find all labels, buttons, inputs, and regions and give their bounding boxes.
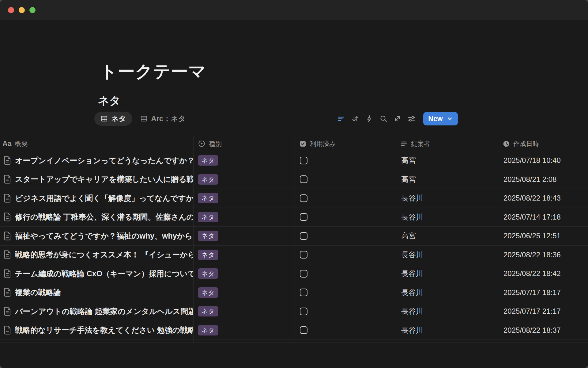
used-checkbox[interactable]: [300, 213, 307, 221]
section-heading: ネタ: [98, 93, 121, 108]
created-cell[interactable]: 2025/08/22 18:42: [498, 264, 588, 283]
row-title[interactable]: 福祉やってみてどうですか？福祉のwhy、whyからみた福祉: [15, 231, 193, 241]
type-tag[interactable]: ネタ: [198, 306, 218, 316]
table-view-icon: [100, 115, 108, 122]
search-icon[interactable]: [379, 114, 388, 124]
used-checkbox[interactable]: [300, 326, 307, 334]
column-label: 作成日時: [513, 140, 539, 148]
select-icon: [198, 140, 205, 148]
created-cell[interactable]: 2025/06/25 12:51: [498, 227, 588, 245]
page-icon: [3, 174, 11, 184]
created-cell[interactable]: 2025/07/14 17:18: [498, 208, 588, 227]
proposer-cell[interactable]: 高宮: [396, 227, 498, 245]
proposer-cell[interactable]: 長谷川: [396, 189, 498, 208]
proposer-cell[interactable]: 高宮: [396, 170, 498, 189]
proposer-cell[interactable]: 長谷川: [396, 302, 498, 321]
type-tag[interactable]: ネタ: [198, 174, 218, 185]
type-tag[interactable]: ネタ: [198, 155, 218, 166]
type-tag[interactable]: ネタ: [198, 268, 218, 279]
type-tag[interactable]: ネタ: [198, 287, 218, 298]
new-button[interactable]: New: [423, 112, 458, 125]
row-title[interactable]: バーンアウトの戦略論 起業家のメンタルヘルス問題: [15, 306, 193, 316]
type-tag[interactable]: ネタ: [198, 325, 218, 335]
created-cell[interactable]: 2025/08/22 18:36: [498, 246, 588, 264]
close-window-button[interactable]: [8, 7, 14, 13]
column-header-type[interactable]: 種別: [194, 136, 295, 151]
proposer-cell[interactable]: 長谷川: [396, 208, 498, 227]
zoom-window-button[interactable]: [29, 7, 36, 13]
sort-icon[interactable]: [350, 114, 360, 124]
view-settings-icon[interactable]: [407, 114, 417, 124]
proposer-cell[interactable]: 長谷川: [396, 246, 498, 264]
tab-neta-active[interactable]: ネタ: [94, 112, 132, 126]
type-tag[interactable]: ネタ: [198, 250, 218, 260]
minimize-window-button[interactable]: [19, 7, 25, 13]
chevron-down-icon[interactable]: [447, 116, 453, 122]
checkbox-icon: [299, 140, 307, 148]
used-checkbox[interactable]: [300, 175, 307, 183]
used-checkbox[interactable]: [300, 308, 307, 315]
column-header-used[interactable]: 利用済み: [295, 136, 396, 151]
proposer-cell[interactable]: 長谷川: [396, 264, 498, 283]
proposer-cell[interactable]: 長谷川: [396, 283, 498, 302]
used-checkbox[interactable]: [300, 194, 307, 202]
table-view-icon: [140, 115, 148, 122]
row-title[interactable]: スタートアップでキャリアを構築したい人に贈る戦略論: [15, 174, 193, 184]
table-row[interactable]: 修行の戦略論 丁稚奉公、深く潜る期間。佐藤さんのゆる ネタ 長谷川 2025/0…: [0, 208, 588, 227]
window-titlebar: [0, 0, 588, 20]
table-row[interactable]: ビジネス用語でよく聞く「解像度」ってなんですか？ ネタ 長谷川 2025/08/…: [0, 189, 588, 208]
used-checkbox[interactable]: [300, 251, 307, 259]
used-checkbox[interactable]: [300, 157, 307, 164]
used-checkbox[interactable]: [300, 270, 307, 278]
type-tag[interactable]: ネタ: [198, 231, 218, 241]
page-icon: [3, 307, 11, 316]
row-title[interactable]: 複業の戦略論: [15, 287, 61, 297]
table-row[interactable]: 戦略的思考が身につくオススメ本！ 『イシューから始めよ', ネタ 長谷川 202…: [0, 246, 588, 265]
row-title[interactable]: オープンイノベーションってどうなったんですか？大企業: [15, 155, 193, 166]
column-header-proposer[interactable]: 提案者: [396, 136, 498, 151]
column-header-created[interactable]: 作成日時: [498, 136, 588, 151]
table-row[interactable]: オープンイノベーションってどうなったんですか？大企業 ネタ 高宮 2025/07…: [0, 151, 588, 170]
table-row[interactable]: チーム編成の戦略論 CxO（キーマン）採用について ネタ 長谷川 2025/08…: [0, 264, 588, 283]
table-row[interactable]: スタートアップでキャリアを構築したい人に贈る戦略論 ネタ 高宮 2025/08/…: [0, 170, 588, 189]
page-icon: [3, 156, 11, 165]
filter-icon[interactable]: [336, 114, 346, 124]
type-tag[interactable]: ネタ: [198, 193, 218, 203]
row-title[interactable]: 修行の戦略論 丁稚奉公、深く潜る期間。佐藤さんのゆる: [15, 212, 193, 222]
app-window: トークテーマ ネタ ネタ: [0, 0, 588, 368]
proposer-cell[interactable]: 高宮: [396, 151, 498, 170]
table-body: オープンイノベーションってどうなったんですか？大企業 ネタ 高宮 2025/07…: [0, 151, 588, 340]
table-row[interactable]: バーンアウトの戦略論 起業家のメンタルヘルス問題 ネタ 長谷川 2025/07/…: [0, 302, 588, 321]
expand-icon[interactable]: [393, 114, 402, 124]
page-icon: [3, 194, 11, 203]
used-checkbox[interactable]: [300, 232, 307, 240]
created-cell[interactable]: 2025/08/22 18:37: [498, 321, 588, 340]
row-title[interactable]: チーム編成の戦略論 CxO（キーマン）採用について: [15, 269, 193, 279]
view-toolbar: New: [336, 112, 458, 126]
table-row[interactable]: 戦略的なリサーチ手法を教えてください 勉強の戦略論、あ ネタ 長谷川 2025/…: [0, 321, 588, 340]
page-icon: [3, 325, 11, 335]
proposer-cell[interactable]: 長谷川: [396, 321, 498, 340]
used-checkbox[interactable]: [300, 289, 307, 296]
automation-lightning-icon[interactable]: [364, 114, 374, 124]
table-row[interactable]: 複業の戦略論 ネタ 長谷川 2025/07/17 18:17: [0, 283, 588, 302]
new-button-label: New: [428, 115, 443, 123]
clipped-next-row: [0, 340, 588, 343]
type-tag[interactable]: ネタ: [198, 212, 218, 222]
created-cell[interactable]: 2025/07/17 18:17: [498, 283, 588, 302]
created-cell[interactable]: 2025/08/21 2:08: [498, 170, 588, 189]
table-header: Aa 概要 種別 利用済み: [0, 136, 588, 151]
row-title[interactable]: ビジネス用語でよく聞く「解像度」ってなんですか？: [15, 193, 193, 203]
row-title[interactable]: 戦略的思考が身につくオススメ本！ 『イシューから始めよ',: [15, 250, 193, 260]
column-header-overview[interactable]: Aa 概要: [0, 136, 194, 151]
tab-arc-neta[interactable]: Arc：ネタ: [140, 114, 186, 124]
created-cell[interactable]: 2025/08/22 18:43: [498, 189, 588, 208]
created-cell[interactable]: 2025/07/17 21:17: [498, 302, 588, 321]
page-icon: [3, 250, 11, 259]
page-icon: [3, 231, 11, 241]
table-row[interactable]: 福祉やってみてどうですか？福祉のwhy、whyからみた福祉 ネタ 高宮 2025…: [0, 227, 588, 246]
view-tabs: ネタ Arc：ネタ: [94, 112, 186, 126]
row-title[interactable]: 戦略的なリサーチ手法を教えてください 勉強の戦略論、あ: [15, 325, 193, 335]
title-aa-icon: Aa: [2, 140, 11, 148]
created-cell[interactable]: 2025/07/18 10:40: [498, 151, 588, 170]
